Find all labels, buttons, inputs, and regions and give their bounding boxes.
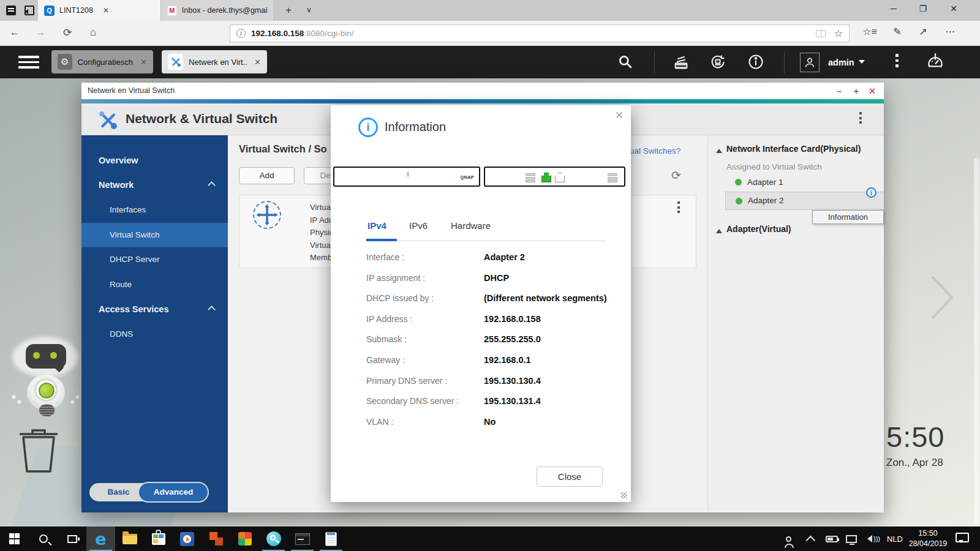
help-link[interactable]: ual Switches?: [630, 146, 680, 156]
device-front-image: QNAP: [333, 167, 480, 187]
background-tasks-icon[interactable]: [673, 53, 690, 72]
share-icon[interactable]: ↗: [914, 26, 932, 37]
tab-list-dropdown-icon[interactable]: ∨: [306, 6, 312, 14]
close-icon[interactable]: ✕: [140, 58, 147, 67]
taskbar-notepad-button[interactable]: [317, 527, 345, 551]
desktop-scrollbar[interactable]: [974, 158, 979, 525]
forward-icon[interactable]: →: [32, 26, 49, 39]
minimize-icon[interactable]: –: [832, 86, 846, 96]
window-close-button[interactable]: ✕: [943, 4, 964, 13]
url-input[interactable]: i 192.168.0.158 :8080/cgi-bin/ ☆: [230, 24, 850, 42]
taskbar-office-button[interactable]: [202, 527, 230, 551]
collapse-triangle-icon[interactable]: [716, 226, 722, 233]
qts-tab-configuratiescherm[interactable]: ⚙ Configuratiesch... ✕: [51, 50, 153, 73]
tray-people-icon[interactable]: [786, 527, 791, 551]
taskbar-search-button[interactable]: [29, 527, 58, 551]
tray-chevron-up-icon[interactable]: [809, 527, 815, 551]
desktop-next-page-icon[interactable]: [930, 274, 956, 323]
tray-clock[interactable]: 15:50 28/04/2019: [908, 528, 948, 549]
dialog-close-icon[interactable]: ✕: [615, 109, 624, 122]
site-info-icon[interactable]: i: [236, 29, 246, 38]
more-options-icon[interactable]: ⋯: [941, 26, 959, 37]
reading-view-icon[interactable]: [816, 30, 826, 37]
close-window-icon[interactable]: ✕: [865, 86, 879, 97]
sidebar-item-overview[interactable]: Overview: [81, 151, 228, 170]
qnap-favicon: Q: [44, 6, 55, 16]
collapse-triangle-icon[interactable]: [716, 146, 722, 153]
browser-tab-active[interactable]: Q LINT1208 ✕: [38, 0, 160, 21]
tray-language-indicator[interactable]: NLD: [887, 527, 903, 551]
tab-ipv6[interactable]: IPv6: [409, 220, 428, 231]
information-tooltip: Information: [812, 210, 884, 224]
back-icon[interactable]: ←: [6, 26, 23, 39]
virtual-switch-icon: [253, 201, 281, 229]
action-center-icon[interactable]: [956, 533, 969, 542]
taskbar-qfinder-button[interactable]: [259, 527, 288, 551]
more-menu-icon[interactable]: [895, 54, 899, 70]
sidebar-item-access-services[interactable]: Access Services: [81, 300, 228, 318]
annotate-pen-icon[interactable]: ✎: [888, 26, 907, 37]
sidebar-item-network[interactable]: Network: [81, 176, 228, 194]
taskbar-edge-button[interactable]: e: [86, 527, 115, 551]
mode-advanced-button[interactable]: Advanced: [138, 482, 209, 503]
mode-toggle[interactable]: Basic Advanced: [89, 483, 208, 501]
home-icon[interactable]: ⌂: [85, 26, 102, 39]
chevron-down-icon: [859, 60, 865, 67]
tab-ipv4[interactable]: IPv4: [368, 220, 386, 231]
browser-tab-gmail[interactable]: M Inbox - derek.thys@gmail.c: [160, 0, 274, 21]
main-menu-icon[interactable]: [18, 56, 39, 69]
taskbar-explorer-button[interactable]: [115, 527, 144, 551]
sidebar-item-virtual-switch[interactable]: Virtual Switch: [81, 223, 228, 247]
admin-menu[interactable]: admin: [828, 58, 865, 67]
sidebar-item-interfaces[interactable]: Interfaces: [81, 201, 228, 219]
sidebar-item-ddns[interactable]: DDNS: [81, 325, 228, 343]
sidebar-item-dhcp-server[interactable]: DHCP Server: [81, 250, 228, 269]
taskbar-photos-button[interactable]: [230, 527, 259, 551]
new-tab-button[interactable]: +: [285, 4, 292, 17]
dashboard-gauge-icon[interactable]: [926, 53, 944, 73]
adapter-info-icon[interactable]: i: [866, 187, 876, 198]
section-adapter-virtual[interactable]: Adapter(Virtual): [726, 224, 791, 234]
app-more-menu-icon[interactable]: [859, 112, 862, 124]
sidebar-item-route[interactable]: Route: [81, 276, 228, 294]
info-icon[interactable]: [747, 53, 764, 72]
window-titlebar[interactable]: Netwerk en Virtual Switch – + ✕: [81, 83, 884, 99]
add-button[interactable]: Add: [239, 167, 295, 184]
close-tab-icon[interactable]: ✕: [103, 6, 109, 15]
close-icon[interactable]: ✕: [254, 58, 261, 67]
maximize-icon[interactable]: +: [850, 86, 863, 96]
taskbar-terminal-button[interactable]: [288, 527, 317, 551]
refresh-icon[interactable]: ⟳: [671, 168, 681, 182]
restore-tabs-icon[interactable]: [24, 6, 34, 15]
device-sync-icon[interactable]: [709, 53, 726, 72]
qts-header: ⚙ Configuratiesch... ✕ Netwerk en Virt..…: [0, 46, 980, 78]
taskbar-store-button[interactable]: [144, 527, 173, 551]
adapter-2-item[interactable]: Adapter 2 i: [725, 192, 884, 210]
start-button[interactable]: [0, 527, 29, 551]
close-button[interactable]: Close: [537, 467, 603, 487]
tab-hardware[interactable]: Hardware: [451, 220, 491, 231]
device-rear-image: [484, 167, 625, 187]
taskbar-media-player-button[interactable]: [173, 527, 202, 551]
window-minimize-button[interactable]: ─: [883, 4, 904, 13]
tray-network-icon[interactable]: [846, 527, 857, 551]
user-avatar-icon[interactable]: [800, 53, 820, 72]
tabs-set-aside-icon[interactable]: [6, 6, 16, 15]
browser-tabstrip: Q LINT1208 ✕ M Inbox - derek.thys@gmail.…: [0, 0, 980, 21]
adapter-1-item[interactable]: Adapter 1: [747, 178, 783, 187]
tray-battery-icon[interactable]: [826, 527, 838, 551]
resize-handle[interactable]: [621, 492, 627, 498]
recycle-bin-icon[interactable]: [18, 427, 59, 476]
qfinder-icon: [266, 531, 281, 546]
favorite-star-icon[interactable]: ☆: [834, 28, 843, 39]
card-more-menu-icon[interactable]: [677, 201, 680, 213]
section-nic-physical[interactable]: Network Interface Card(Physical): [726, 144, 861, 154]
favorites-hub-icon[interactable]: ☆≡: [861, 26, 879, 37]
search-icon[interactable]: [617, 54, 633, 72]
qts-tab-netwerk[interactable]: Netwerk en Virt... ✕: [162, 50, 267, 73]
tray-volume-icon[interactable]: ))): [864, 527, 880, 551]
refresh-icon[interactable]: ⟳: [59, 26, 76, 39]
task-view-button[interactable]: [58, 527, 86, 551]
notepad-icon: [325, 532, 337, 546]
window-restore-button[interactable]: ❐: [913, 4, 933, 13]
